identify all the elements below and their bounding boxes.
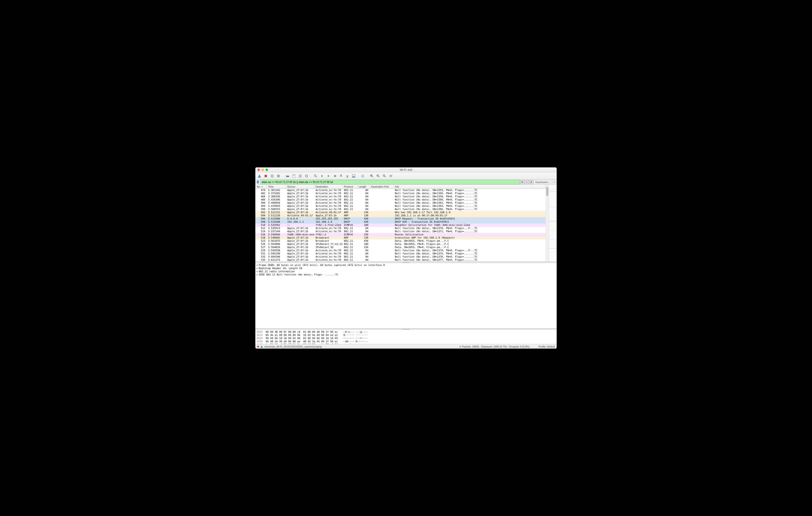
go-first-button[interactable] <box>338 173 344 179</box>
col-header-dport[interactable]: Destination Port <box>370 185 394 188</box>
table-row[interactable]: 4943.476093Apple_27:6f:1bActionte_ec:fe:… <box>255 205 546 208</box>
stop-capture-button[interactable] <box>263 173 268 179</box>
colorize-button[interactable] <box>360 173 366 179</box>
open-file-button[interactable] <box>285 173 290 179</box>
status-bar: wireshark_Wi-Fi_20191226142201_zpswz4.pc… <box>255 344 557 348</box>
col-header-source[interactable]: Source <box>286 185 314 188</box>
go-last-button[interactable] <box>345 173 350 179</box>
window-title: Wi-Fi: en0 <box>255 168 557 172</box>
svg-rect-16 <box>361 177 364 177</box>
table-row[interactable]: 4863.416306Apple_27:6f:1bActionte_ec:fe:… <box>255 198 546 201</box>
table-row[interactable]: 5063.5135800.0.0.0255.255.255.255DHCP436… <box>255 217 546 220</box>
splitter-1[interactable] <box>255 262 557 263</box>
find-packet-button[interactable] <box>313 173 318 179</box>
svg-rect-11 <box>346 177 348 177</box>
table-row[interactable]: 4903.446858Apple_27:6f:1bActionte_ec:fe:… <box>255 201 546 205</box>
hex-row[interactable]: 0010 85 4b a1 00 00 00 00 00 10 02 9e 09… <box>257 334 555 337</box>
table-row[interactable]: 5353.611273Apple_27:6f:1bActionte_ec:fe:… <box>255 259 546 262</box>
detail-tree-item[interactable]: IEEE 802.11 Null function (No data), Fla… <box>257 273 555 276</box>
status-dot-icon <box>460 346 461 347</box>
svg-rect-0 <box>265 175 267 177</box>
table-row[interactable]: 5083.519288192.168.1.1192.168.1.9DHCP436… <box>255 220 546 223</box>
resize-columns-button[interactable] <box>388 173 394 179</box>
zoom-reset-button[interactable]: 1 <box>382 173 387 179</box>
detail-tree-item[interactable]: 802.11 radio information <box>257 270 555 273</box>
detail-tree-item[interactable]: Frame 3680: 84 bytes on wire (672 bits),… <box>257 264 555 267</box>
zoom-in-button[interactable] <box>369 173 375 179</box>
go-to-packet-button[interactable] <box>332 173 337 179</box>
hex-row[interactable]: 0030 06 00 24 30 e0 00 88 aa 48 01 3a 01… <box>257 340 555 343</box>
start-capture-button[interactable] <box>257 173 262 179</box>
table-row[interactable]: 5183.540685Apple_27:6f:1bBroadcastARP136… <box>255 236 546 239</box>
col-header-no[interactable]: No.▲ <box>255 185 267 188</box>
svg-rect-14 <box>361 175 364 175</box>
expand-tri-icon[interactable] <box>257 264 258 266</box>
table-row[interactable]: 5333.604348Apple_27:6f:1bActionte_ec:fe:… <box>255 255 546 259</box>
svg-rect-5 <box>293 175 295 176</box>
clear-filter-button[interactable]: ✕ <box>520 180 524 184</box>
auto-scroll-button[interactable] <box>351 173 356 179</box>
expert-info-indicator[interactable] <box>257 346 259 347</box>
status-packet-counts[interactable]: Packets: 18635 · Displayed: 1058 (5.7%) … <box>462 345 529 348</box>
titlebar: Wi-Fi: en0 <box>255 168 557 172</box>
table-row[interactable]: 5023.512131Apple_27:6f:1bActionte_49:01:… <box>255 211 546 214</box>
detail-tree-item[interactable]: Radiotap Header v0, Length 56 <box>257 267 555 270</box>
status-file-name[interactable]: wireshark_Wi-Fi_20191226142201_zpswz4.pc… <box>264 345 322 348</box>
app-window: Wi-Fi: en0 1 ✕ → ▾ Expression… + <box>255 168 557 348</box>
table-row[interactable]: 4793.361102Apple_27:6f:1bActionte_ec:fe:… <box>255 189 546 192</box>
packet-list-scrollbar[interactable] <box>546 185 549 262</box>
col-header-time[interactable]: Time <box>267 185 286 188</box>
table-row[interactable]: 5043.512139Actionte_49:01:1fApple_27:6f:… <box>255 214 546 217</box>
col-header-length[interactable]: Length <box>357 185 370 188</box>
packet-list-pane: No.▲ Time Source Destination Protocol Le… <box>255 185 557 262</box>
zoom-out-button[interactable] <box>375 173 381 179</box>
go-forward-button[interactable] <box>325 173 331 179</box>
packet-minimap[interactable] <box>549 185 557 262</box>
capture-options-button[interactable] <box>276 173 281 179</box>
table-row[interactable]: 5163.540046fe80::840:dcec:ece…ff02::2ICM… <box>255 233 546 236</box>
expand-tri-icon[interactable] <box>257 268 258 269</box>
svg-point-8 <box>314 175 316 177</box>
recent-filter-button[interactable]: ▾ <box>529 180 533 184</box>
table-row[interactable]: 5263.563808Apple_27:6f:1bIPv6mcast_ff:e2… <box>255 243 546 246</box>
table-row[interactable]: 5313.595298Apple_27:6f:1bActionte_ec:fe:… <box>255 252 546 255</box>
svg-rect-9 <box>336 175 336 177</box>
expression-button[interactable]: Expression… <box>533 180 552 184</box>
close-file-button[interactable] <box>297 173 303 179</box>
svg-text:1: 1 <box>383 175 384 176</box>
table-row[interactable]: 5123.535013Apple_27:6f:1bActionte_ec:fe:… <box>255 227 546 230</box>
packet-bytes-pane[interactable]: 0000 00 00 38 00 6f 08 00 c0 01 00 00 40… <box>255 330 557 344</box>
table-row[interactable]: 5293.595038Apple_27:6f:1bActionte_ec:fe:… <box>255 249 546 252</box>
col-header-protocol[interactable]: Protocol <box>343 185 357 188</box>
hex-row[interactable]: 0000 00 00 38 00 6f 08 00 c0 01 00 00 40… <box>257 331 555 334</box>
packet-details-pane[interactable]: Frame 3680: 84 bytes on wire (672 bits),… <box>255 263 557 329</box>
hex-row[interactable]: 0040 fe 70 f0 c3 71 27 6f 1b 00 1f 90 ec… <box>257 343 555 344</box>
bookmark-filter-icon[interactable] <box>255 181 260 184</box>
save-file-button[interactable] <box>291 173 296 179</box>
col-header-info[interactable]: Info <box>394 185 546 188</box>
table-row[interactable]: 5003.506553Apple_27:6f:1bActionte_ec:fe:… <box>255 208 546 211</box>
restart-capture-button[interactable] <box>269 173 275 179</box>
capture-file-icon <box>260 345 263 348</box>
table-row[interactable]: 5233.561875Apple_27:6f:1bBroadcast802.11… <box>255 239 546 243</box>
expand-tri-icon[interactable] <box>257 274 258 276</box>
svg-rect-4 <box>293 175 295 175</box>
status-profile[interactable]: Profile: Default <box>539 345 555 348</box>
table-row[interactable]: 4843.386336Apple_27:6f:1bActionte_ec:fe:… <box>255 195 546 198</box>
display-filter-input[interactable] <box>260 180 520 184</box>
table-row[interactable]: 4823.373282Apple_27:6f:1bActionte_ec:fe:… <box>255 192 546 195</box>
add-filter-button[interactable]: + <box>552 180 557 184</box>
hex-row[interactable]: 0020 00 00 00 10 18 00 03 00 02 00 00 66… <box>257 337 555 340</box>
expand-tri-icon[interactable] <box>257 271 258 273</box>
svg-point-2 <box>278 176 279 177</box>
table-row[interactable]: 5273.564839Apple_27:6f:1bIPv6mcast_02802… <box>255 246 546 249</box>
main-toolbar: 1 <box>255 172 557 180</box>
table-row[interactable]: 5143.537144Apple_27:6f:1bActionte_ec:fe:… <box>255 230 546 233</box>
packet-table[interactable]: No.▲ Time Source Destination Protocol Le… <box>255 185 546 262</box>
svg-rect-13 <box>352 177 355 177</box>
col-header-destination[interactable]: Destination <box>314 185 343 188</box>
table-row[interactable]: 5103.533502::ff02::1:ffe2:22edICMPv6180N… <box>255 223 546 227</box>
go-back-button[interactable] <box>319 173 325 179</box>
reload-file-button[interactable] <box>304 173 309 179</box>
apply-filter-button[interactable]: → <box>525 180 529 184</box>
